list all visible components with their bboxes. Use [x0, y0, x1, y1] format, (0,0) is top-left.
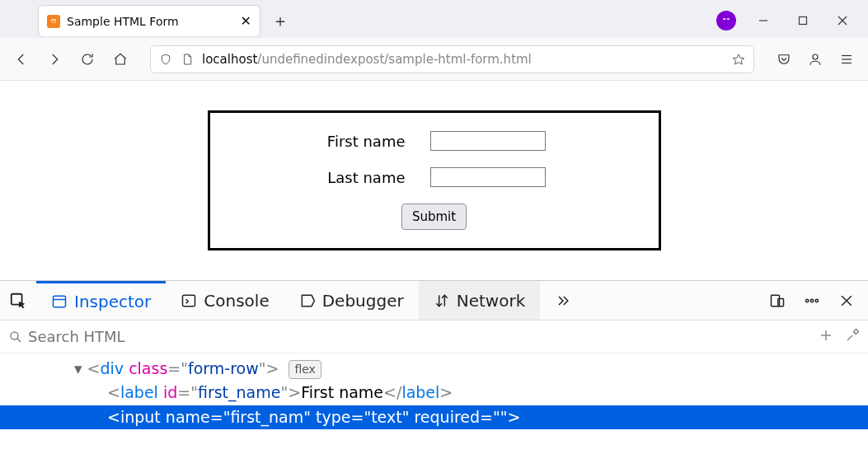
flex-badge[interactable]: flex	[289, 360, 321, 380]
page-content: First name Last name Submit	[0, 81, 868, 280]
bookmark-star-icon[interactable]	[732, 53, 745, 66]
extension-mask-icon[interactable]	[716, 11, 736, 30]
last-name-label: Last name	[323, 169, 406, 186]
devtools-search-row	[0, 321, 868, 353]
svg-marker-6	[733, 54, 744, 64]
tab-title: Sample HTML Form	[67, 15, 234, 28]
svg-rect-14	[183, 295, 195, 306]
browser-tab[interactable]: ෆ Sample HTML Form ✕	[38, 5, 260, 36]
page-icon	[181, 53, 194, 66]
svg-point-20	[810, 299, 813, 302]
devtools-overflow-button[interactable]	[540, 281, 586, 320]
last-name-input[interactable]	[430, 167, 546, 187]
responsive-design-button[interactable]	[766, 289, 789, 312]
window-minimize-button[interactable]	[751, 8, 776, 33]
search-icon	[8, 330, 23, 344]
markup-line-input-selected[interactable]: <input name="first_nam" type="text" requ…	[0, 405, 868, 429]
tab-network[interactable]: Network	[419, 281, 541, 320]
tab-debugger[interactable]: Debugger	[284, 281, 419, 320]
browser-titlebar: ෆ Sample HTML Form ✕ ＋	[0, 0, 868, 38]
eyedropper-button[interactable]	[845, 328, 860, 346]
element-picker-button[interactable]	[0, 292, 36, 310]
svg-rect-3	[800, 17, 807, 25]
forward-button[interactable]	[45, 49, 64, 69]
first-name-label: First name	[323, 133, 406, 150]
submit-button[interactable]: Submit	[401, 204, 467, 230]
svg-point-7	[813, 54, 818, 59]
url-bar[interactable]: localhost/undefinedindexpost/sample-html…	[150, 45, 754, 73]
pocket-icon[interactable]	[774, 49, 794, 69]
account-icon[interactable]	[805, 49, 825, 69]
svg-point-21	[815, 299, 818, 302]
markup-line-label[interactable]: <label id="first_name">First name</label…	[0, 381, 868, 405]
add-node-button[interactable]	[819, 328, 833, 346]
svg-line-25	[17, 338, 21, 341]
new-tab-button[interactable]: ＋	[269, 9, 292, 32]
devtools-markup-view[interactable]: ▾ <div class="form-row"> flex <label id=…	[0, 353, 868, 433]
back-button[interactable]	[12, 49, 31, 69]
sample-form: First name Last name Submit	[208, 110, 661, 250]
devtools-close-button[interactable]	[835, 289, 858, 312]
tab-inspector[interactable]: Inspector	[36, 281, 166, 320]
markup-line-div[interactable]: ▾ <div class="form-row"> flex	[0, 357, 868, 381]
first-name-input[interactable]	[430, 131, 546, 151]
form-row-last-name: Last name	[235, 167, 634, 187]
devtools-kebab-button[interactable]	[800, 289, 823, 312]
svg-point-19	[806, 299, 809, 302]
close-tab-button[interactable]: ✕	[241, 13, 251, 29]
svg-point-24	[11, 332, 18, 339]
browser-toolbar: localhost/undefinedindexpost/sample-html…	[0, 38, 868, 81]
window-close-button[interactable]	[830, 8, 855, 33]
form-row-first-name: First name	[235, 131, 634, 151]
app-menu-button[interactable]	[837, 49, 856, 69]
search-html-input[interactable]	[28, 328, 814, 345]
devtools-tabstrip: Inspector Console Debugger Network	[0, 281, 868, 321]
xampp-icon: ෆ	[47, 15, 60, 28]
devtools-panel: Inspector Console Debugger Network	[0, 280, 868, 433]
svg-rect-12	[54, 296, 66, 307]
tab-console[interactable]: Console	[166, 281, 284, 320]
url-text: localhost/undefinedindexpost/sample-html…	[202, 52, 532, 67]
shield-icon	[159, 53, 172, 66]
window-maximize-button[interactable]	[791, 8, 815, 33]
reload-button[interactable]	[77, 49, 97, 69]
home-button[interactable]	[110, 49, 130, 69]
